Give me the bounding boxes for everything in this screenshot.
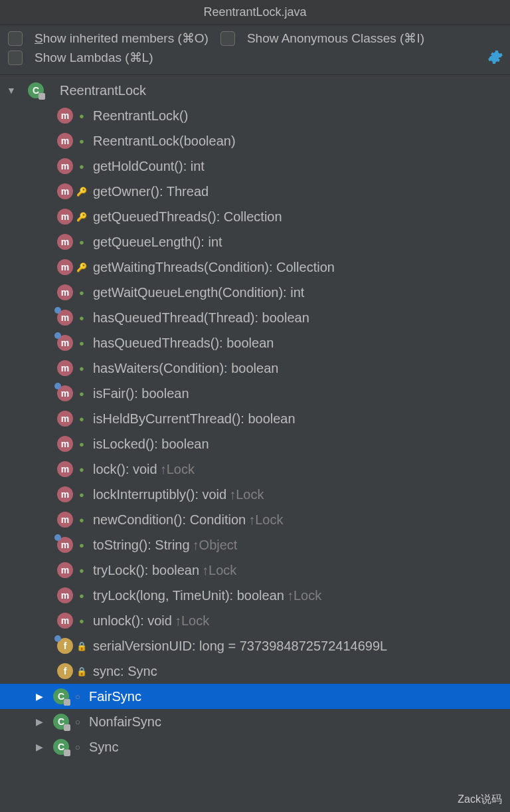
inner-class-label: NonfairSync — [89, 714, 161, 730]
method-icon: m — [57, 209, 73, 225]
method-icon: m — [57, 310, 73, 326]
method-icon: m — [57, 461, 73, 477]
member-row[interactable]: m ● isFair(): boolean — [0, 381, 510, 406]
option-row: Show Lambdas (⌘L) — [8, 50, 502, 65]
inner-class-row[interactable]: ▶ C ○ FairSync — [0, 684, 510, 709]
member-row[interactable]: m ● toString(): String ↑Object — [0, 532, 510, 558]
member-label: ReentrantLock(boolean) — [93, 134, 236, 149]
method-icon: m — [57, 537, 73, 553]
inner-class-row[interactable]: ▶ C ○ NonfairSync — [0, 709, 510, 734]
member-row[interactable]: m 🔑 getOwner(): Thread — [0, 179, 510, 204]
member-row[interactable]: f 🔒 sync: Sync — [0, 659, 510, 684]
member-row[interactable]: f 🔒 serialVersionUID: long = 73739848725… — [0, 633, 510, 659]
visibility-icon: ● — [77, 464, 86, 474]
visibility-icon: 🔒 — [77, 666, 86, 676]
method-icon: m — [57, 486, 73, 502]
file-title: ReentrantLock.java — [203, 5, 306, 19]
expand-arrow-icon[interactable]: ▶ — [32, 716, 46, 727]
inherit-label: ↑Lock — [229, 487, 264, 502]
member-label: isHeldByCurrentThread(): boolean — [93, 411, 296, 427]
structure-tree: ▼ C ReentrantLock m ● ReentrantLock() m … — [0, 75, 510, 760]
member-row[interactable]: m ● isLocked(): boolean — [0, 431, 510, 457]
method-icon: m — [57, 385, 73, 401]
member-row[interactable]: m ● isHeldByCurrentThread(): boolean — [0, 406, 510, 431]
inner-class-row[interactable]: ▶ C ○ Sync — [0, 734, 510, 760]
member-label: getWaitQueueLength(Condition): int — [93, 285, 304, 300]
checkbox-inherited[interactable] — [8, 31, 23, 46]
method-icon: m — [57, 259, 73, 275]
method-icon: m — [57, 587, 73, 603]
member-row[interactable]: m 🔑 getQueuedThreads(): Collection — [0, 204, 510, 229]
visibility-icon: ● — [77, 616, 86, 625]
member-row[interactable]: m ● lock(): void ↑Lock — [0, 457, 510, 482]
member-label: sync: Sync — [93, 664, 157, 679]
visibility-icon: ○ — [73, 717, 82, 726]
expand-arrow-icon[interactable]: ▶ — [32, 691, 46, 702]
visibility-icon: ● — [77, 439, 86, 449]
member-row[interactable]: m 🔑 getWaitingThreads(Condition): Collec… — [0, 254, 510, 280]
inherit-label: ↑Lock — [175, 613, 209, 629]
member-row[interactable]: m ● unlock(): void ↑Lock — [0, 608, 510, 633]
member-label: toString(): String — [93, 538, 190, 553]
option-label-lambdas: Show Lambdas (⌘L) — [35, 50, 153, 65]
member-label: hasWaiters(Condition): boolean — [93, 361, 278, 376]
member-label: unlock(): void — [93, 613, 172, 629]
member-label: isFair(): boolean — [93, 386, 189, 401]
member-row[interactable]: m ● ReentrantLock(boolean) — [0, 128, 510, 153]
member-label: isLocked(): boolean — [93, 437, 209, 452]
gear-icon[interactable] — [487, 49, 503, 65]
visibility-icon: ● — [77, 591, 86, 600]
member-row[interactable]: m ● tryLock(long, TimeUnit): boolean ↑Lo… — [0, 583, 510, 608]
watermark: Zack说码 — [458, 793, 502, 807]
method-icon: m — [57, 234, 73, 250]
expand-arrow-icon[interactable]: ▶ — [32, 742, 46, 752]
member-row[interactable]: m ● tryLock(): boolean ↑Lock — [0, 558, 510, 583]
member-row[interactable]: m ● newCondition(): Condition ↑Lock — [0, 507, 510, 532]
inherit-label: ↑Lock — [248, 512, 283, 528]
method-icon: m — [57, 562, 73, 578]
method-icon: m — [57, 158, 73, 174]
member-row[interactable]: m ● hasQueuedThreads(): boolean — [0, 330, 510, 355]
method-icon: m — [57, 613, 73, 629]
expand-arrow-icon[interactable]: ▼ — [4, 85, 19, 96]
member-label: getOwner(): Thread — [93, 184, 209, 199]
visibility-icon: ● — [77, 136, 86, 146]
inner-class-label: FairSync — [89, 689, 141, 704]
visibility-icon: ● — [77, 111, 86, 120]
class-icon: C — [53, 714, 69, 730]
method-icon: m — [57, 284, 73, 300]
method-icon: m — [57, 411, 73, 427]
class-icon: C — [53, 739, 69, 755]
visibility-icon: ● — [77, 414, 86, 423]
visibility-icon: ● — [77, 490, 86, 499]
member-row[interactable]: m ● hasQueuedThread(Thread): boolean — [0, 305, 510, 330]
member-label: hasQueuedThreads(): boolean — [93, 336, 274, 351]
member-row[interactable]: m ● getHoldCount(): int — [0, 153, 510, 179]
member-row[interactable]: m ● hasWaiters(Condition): boolean — [0, 355, 510, 381]
checkbox-anonymous[interactable] — [220, 31, 235, 46]
member-row[interactable]: m ● getWaitQueueLength(Condition): int — [0, 280, 510, 305]
method-icon: m — [57, 108, 73, 124]
member-row[interactable]: m ● ReentrantLock() — [0, 103, 510, 128]
tree-root[interactable]: ▼ C ReentrantLock — [0, 78, 510, 103]
member-label: tryLock(long, TimeUnit): boolean — [93, 588, 284, 603]
visibility-icon: ○ — [73, 692, 82, 701]
method-icon: m — [57, 360, 73, 376]
method-icon: m — [57, 512, 73, 528]
visibility-icon: 🔒 — [77, 641, 86, 651]
field-icon: f — [57, 663, 73, 679]
option-label-anonymous: Show Anonymous Classes (⌘I) — [247, 31, 424, 46]
method-icon: m — [57, 436, 73, 452]
field-icon: f — [57, 638, 73, 654]
visibility-icon: 🔑 — [77, 187, 86, 196]
member-row[interactable]: m ● lockInterruptibly(): void ↑Lock — [0, 482, 510, 507]
visibility-icon: ● — [77, 565, 86, 575]
class-icon: C — [53, 688, 69, 704]
visibility-icon: 🔑 — [77, 212, 86, 221]
title-bar: ReentrantLock.java — [0, 0, 510, 25]
option-row: Show inherited members (⌘O) Show Anonymo… — [8, 31, 502, 46]
visibility-icon: ● — [77, 338, 86, 348]
checkbox-lambdas[interactable] — [8, 51, 23, 65]
options-panel: Show inherited members (⌘O) Show Anonymo… — [0, 25, 510, 75]
member-row[interactable]: m ● getQueueLength(): int — [0, 229, 510, 254]
